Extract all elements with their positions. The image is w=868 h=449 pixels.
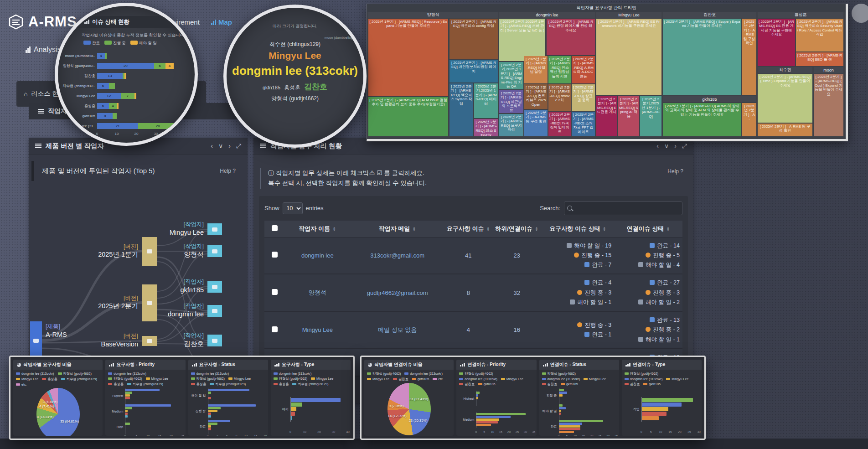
pie-label: 23 (20.35%) (409, 418, 428, 423)
sort-icon[interactable]: ⇕ (412, 227, 416, 232)
sort-icon[interactable]: ⇕ (603, 227, 606, 232)
worker-name[interactable]: dongmin lee (285, 237, 351, 274)
inset-bar-chart: moon (dumbbello..4양형석 (gudtjr4662..2964김… (61, 51, 191, 131)
nav-item-map[interactable]: Map (211, 18, 232, 26)
column-header[interactable]: 연결이슈 상태⇕ (614, 221, 682, 237)
page-size-select[interactable]: 10 (283, 202, 303, 214)
help-button[interactable]: Help ? (667, 168, 683, 189)
treemap-cell[interactable]: [ 2025년 2분기 ] - A-RMS 팀 구성 확인 (524, 110, 548, 136)
treemap-cell[interactable]: [ 2025년 2분기 ] - [ARMS-REQ] ( Scope ) Exp… (663, 19, 741, 95)
req-status-cell: 완료 - 4진행 중 - 3해야 할 일 - 1 (542, 274, 614, 311)
treemap-cell[interactable]: [ 2025년 2분기 ] - [ARMS-REQ] 가격 정책 업데이트 (548, 112, 571, 136)
sort-icon[interactable]: ⇕ (486, 227, 490, 232)
status-todo-icon (638, 337, 643, 342)
treemap-cell[interactable]: [ 2025년 2분기 ] - [ARMS-REQ] 컨트리뷰트 2025 Op… (524, 84, 548, 109)
treemap-cell[interactable]: [ 2025년 2분기 ] - A-RMS 팀 구성 확인 (742, 19, 756, 95)
expand-icon[interactable]: ⤢ (682, 142, 687, 150)
table-row: Mingyu Lee메일 정보 없음416진행 중 - 3완료 - 1완료 - … (264, 311, 682, 349)
bar-category: 완료 (191, 419, 265, 434)
chart-legend: 양형석 (gudtjr4662)dongmin lee (313cokr)Min… (542, 372, 616, 387)
collapse-left-icon[interactable]: ‹ (211, 142, 213, 150)
link-issue-count: 23 (492, 237, 541, 274)
bar-chart-icon (274, 363, 279, 366)
worker-name[interactable]: Mingyu Lee (285, 311, 351, 349)
treemap-cell[interactable]: [ 2025년 2분기 ] - A- (742, 103, 756, 136)
list-icon (35, 144, 41, 145)
sankey-node-worker[interactable] (207, 335, 222, 346)
collapse-right-icon[interactable]: › (674, 142, 677, 150)
app-logo[interactable]: A-RMS (8, 14, 77, 30)
treemap-cell[interactable]: [ 2025년 2분기 ] - [ARMS-REQ] A-RMS 와 A-DOC… (572, 56, 595, 83)
treemap-cell[interactable]: [ 2025년 2분기,2025년 1분기 ] - [ARMS-REQ] (640, 96, 661, 136)
treemap-cell[interactable]: [ 2025년 2분기 ] - [ARMS-REQ] 백오피스 config 작… (450, 19, 498, 59)
treemap-cell[interactable]: [ 2025년 2분기 ] - [ARMS-REQ] ( Cost ) Expa… (814, 74, 843, 136)
treemap-cell[interactable]: [ 2025년 1분기 ] - [ARMS-REQ] ES Framework … (596, 19, 661, 95)
treemap-cell[interactable]: [ 2025년 2분기 ] - [ARMS-REQ] dmove 2차 (548, 84, 571, 111)
req-issue-count: 8 (444, 274, 492, 311)
column-header[interactable]: 요구사항 이슈 상태⇕ (542, 221, 614, 237)
status-done-icon (584, 332, 589, 337)
bar-cluster (290, 397, 348, 422)
treemap-cell[interactable]: [ 2025년 2분기 ] - [ARMS-REQ] 백오피스 System 작… (450, 83, 473, 136)
treemap-cell[interactable]: [ 2025년 2분기 ] - [ARMS-REQ] 세근님 외 프로젝트뷰 (499, 90, 523, 113)
treemap-cell[interactable]: [ 2025년 1분기 ] - [ARMS-REQ] ( Resource ) … (368, 19, 448, 96)
treemap-cell[interactable]: [ 2025년 2분기 ] - [ARMS-REQ] 상표권 등록 (572, 84, 595, 111)
inset-bar-row: moon (dumbbello..4 (61, 51, 191, 61)
sankey-node-worker[interactable] (207, 223, 222, 235)
collapse-left-icon[interactable]: ‹ (656, 142, 659, 150)
user-avatar[interactable] (852, 4, 868, 23)
worker-name[interactable]: 양형석 (285, 274, 351, 311)
treemap-cell[interactable]: [ 2025년 2분기 ] - [ARMS-REQ] ALM Issue 컬럼 … (368, 97, 448, 136)
node-icon (212, 227, 217, 232)
row-checkbox[interactable] (272, 289, 278, 295)
sankey-node-worker[interactable] (207, 245, 222, 257)
treemap-cell[interactable]: [ 2025년 2분기 ] - A-RMS 팀 구성 확인 (758, 124, 812, 136)
expand-icon[interactable]: ⤢ (236, 142, 241, 150)
treemap-cell[interactable]: [ 2025년 2분기 ] - [ARMS-REQ] ( Time ) Expa… (758, 74, 812, 123)
treemap-cell[interactable]: [ 2025년 2분기 ] - [ARMS-REQ] 브로셔 작성 (499, 114, 523, 136)
treemap-cell[interactable]: [ 2025년 2분기 ] - [ARMS-REQ] 백오피스 Security… (796, 19, 843, 52)
sort-icon[interactable]: ⇕ (535, 227, 538, 232)
treemap-cell[interactable]: [ 2025년 2분기 ] - [ARMS-REQ] 피스 Security (474, 119, 498, 136)
column-header[interactable]: 요구사항 이슈⇕ (444, 221, 492, 237)
sankey-node-worker[interactable] (207, 305, 222, 317)
treemap-cell[interactable]: [ 2025년 2분기 ] - [ARMS-REQ] Spring AI 적용 (618, 96, 639, 136)
treemap-cell[interactable]: [ 2025년 2분기 ] - [ARMS-REQ] ES 전용 게시 (596, 96, 617, 136)
sort-icon[interactable]: ⇕ (332, 227, 336, 232)
treemap-cell[interactable]: [ 2025년 1분기 ] - [ARMS-REQ] ARMS의 상태와 고객사… (663, 103, 741, 136)
sankey-node-product[interactable] (30, 321, 42, 360)
sankey-node-worker[interactable] (207, 281, 222, 293)
treemap-cell[interactable]: [ 2025년 2분기 ] - [ARMS-REQ] ES 전용 게시판 기능을… (758, 19, 795, 66)
treemap-cell[interactable]: [ 2025년 2분기,2025년 1분기 ] - [ARMS-REQ] 서버 … (499, 19, 545, 61)
home-icon: ⌂ (24, 90, 27, 98)
treemap-cell[interactable]: [ 2025년 2분기 ] - [ARMS-REQ] 인스펙션 팀장님들께 시연 (548, 56, 571, 83)
treemap-cell[interactable]: [ 2025년 2분기,2025년 1분기 ] - [ARMS-REQ] 데이터 (474, 83, 498, 118)
row-checkbox[interactable] (272, 252, 278, 258)
pie-chart: 35 (64.81%)8 (14.81%)4 (7.41%)3 (5.56%) (16, 388, 100, 436)
wordcloud-word: 양형석 (gudtjr4662) (271, 95, 319, 103)
collapse-right-icon[interactable]: › (228, 142, 231, 150)
treemap-cell[interactable]: [ 2025년 2분기 ] - [ARMS-REQ] SEO 를 랜 (796, 52, 843, 66)
column-header[interactable]: 작업자 메일⇕ (350, 221, 444, 237)
treemap-group-header: Mingyu Lee (596, 12, 661, 18)
link-issue-charts-overlay: 작업자별 연결이슈 비율 양형석 (gudtjr4662)dongmin lee… (360, 356, 706, 440)
treemap-cell[interactable]: [ 2025년 2분기 ] - [ARMS-REQ] 소개자료 PPT 업데이트 (572, 112, 595, 136)
search-input[interactable] (564, 201, 682, 215)
requirement-charts-overlay: 작업자별 요구사항 비율 dongmin lee (313cokr)양형석 (g… (9, 356, 355, 440)
chevron-down-icon[interactable]: ∨ (218, 142, 223, 150)
chevron-down-icon[interactable]: ∨ (664, 142, 669, 150)
treemap-cell[interactable]: [ 2025년 2분기 ] - [ARMS-REQ] 상열님 설명 (524, 56, 548, 83)
chart-card-link-type: 연결이슈 - Type 양형석 (gudtjr4662)dongmin lee … (622, 360, 702, 436)
treemap-cell[interactable]: [ 2025년 2분기,2025년 1분기 ] - [ARMS-REQ] Eng… (499, 62, 523, 89)
treemap-cell[interactable]: [ 2025년 2분기 ] - [ARMS-REQ] 개인정보처리방침 페이지 (450, 60, 498, 83)
x-axis: 05101520253035 (476, 430, 533, 435)
link-issue-count: 32 (492, 274, 541, 311)
sort-icon[interactable]: ⇕ (666, 227, 670, 232)
wordcloud-note: 따라 크기가 결정됩니다. (273, 23, 317, 29)
select-all-checkbox[interactable] (272, 225, 278, 231)
row-checkbox[interactable] (272, 326, 278, 332)
column-header[interactable]: 작업자 이름⇕ (285, 221, 351, 237)
chart-card-link-ratio: 작업자별 연결이슈 비율 양형석 (gudtjr4662)dongmin lee… (364, 360, 454, 436)
treemap-cell[interactable]: [ 2025년 2분기 ] - [ARMS-REQ] 랜딩 페이지를 완성 해 … (547, 19, 595, 55)
column-header[interactable]: 하위/연결이슈⇕ (492, 221, 541, 237)
